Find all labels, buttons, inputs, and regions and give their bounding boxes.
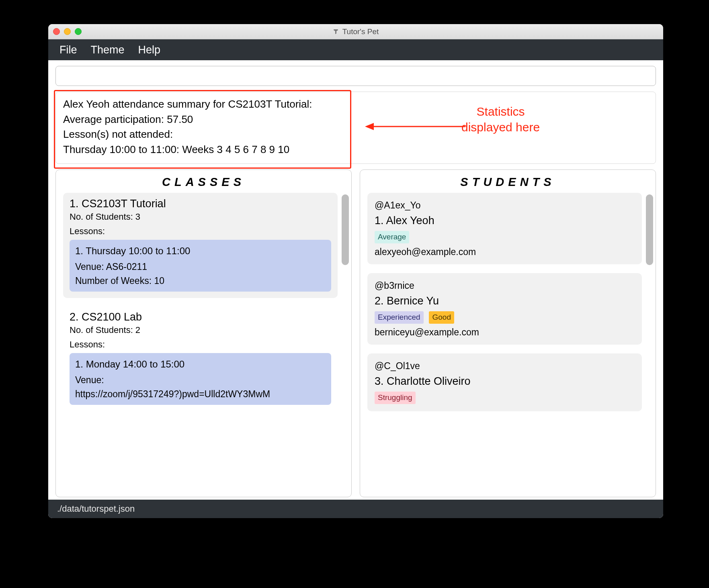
menu-theme[interactable]: Theme: [91, 44, 125, 56]
status-path: ./data/tutorspet.json: [57, 504, 135, 514]
result-display: Alex Yeoh attendance summary for CS2103T…: [55, 92, 656, 164]
lesson-weeks: Number of Weeks: 10: [75, 274, 326, 288]
students-body: @A1ex_Yo 1. Alex Yeoh Average alexyeoh@e…: [360, 193, 656, 497]
students-title: STUDENTS: [360, 170, 656, 193]
result-line: Alex Yeoh attendance summary for CS2103T…: [63, 97, 648, 112]
lesson-card: 1. Thursday 10:00 to 11:00 Venue: AS6-02…: [70, 240, 331, 292]
menu-file[interactable]: File: [59, 44, 77, 56]
student-name: 3. Charlotte Oliveiro: [375, 373, 635, 390]
student-card[interactable]: @C_Ol1ve 3. Charlotte Oliveiro Strugglin…: [367, 353, 642, 411]
student-tags: Experienced Good: [375, 310, 635, 324]
content-area: Alex Yeoh attendance summary for CS2103T…: [48, 60, 663, 500]
class-card[interactable]: 2. CS2100 Lab No. of Students: 2 Lessons…: [63, 306, 338, 411]
tag-average: Average: [375, 231, 409, 243]
statusbar: ./data/tutorspet.json: [48, 500, 663, 518]
classes-body: 1. CS2103T Tutorial No. of Students: 3 L…: [56, 193, 351, 497]
student-handle: @C_Ol1ve: [375, 359, 635, 373]
tag-experienced: Experienced: [375, 311, 424, 324]
students-list: @A1ex_Yo 1. Alex Yeoh Average alexyeoh@e…: [367, 193, 642, 497]
scrollbar[interactable]: [646, 194, 653, 265]
student-name: 1. Alex Yeoh: [375, 212, 635, 229]
lesson-card: 1. Monday 14:00 to 15:00 Venue: https://…: [70, 353, 331, 405]
scrollbar[interactable]: [342, 194, 349, 265]
result-line: Thursday 10:00 to 11:00: Weeks 3 4 5 6 7…: [63, 142, 648, 157]
lesson-venue: Venue: AS6-0211: [75, 260, 326, 274]
lesson-weeks: https://zoom/j/95317249?)pwd=Ulld2tWY3Mw…: [75, 387, 326, 401]
app-icon: [333, 28, 340, 35]
lesson-time: 1. Monday 14:00 to 15:00: [75, 357, 326, 372]
student-email: berniceyu@example.com: [375, 325, 635, 339]
class-title: 2. CS2100 Lab: [70, 311, 331, 323]
classes-list: 1. CS2103T Tutorial No. of Students: 3 L…: [63, 193, 338, 497]
class-student-count: No. of Students: 2: [70, 325, 331, 335]
app-window: Tutor's Pet File Theme Help Alex Yeoh at…: [48, 24, 663, 518]
classes-title: CLASSES: [56, 170, 351, 193]
menu-help[interactable]: Help: [138, 44, 161, 56]
maximize-icon[interactable]: [75, 28, 82, 35]
student-card[interactable]: @b3rnice 2. Bernice Yu Experienced Good …: [367, 273, 642, 345]
annotation-text: Statistics: [461, 104, 540, 119]
student-email: alexyeoh@example.com: [375, 245, 635, 259]
window-controls: [53, 28, 82, 35]
annotation-text: displayed here: [461, 119, 540, 135]
students-panel: STUDENTS @A1ex_Yo 1. Alex Yeoh Average a…: [360, 169, 656, 497]
titlebar: Tutor's Pet: [48, 24, 663, 39]
panels: CLASSES 1. CS2103T Tutorial No. of Stude…: [55, 169, 656, 500]
lessons-label: Lessons:: [70, 339, 331, 350]
student-name: 2. Bernice Yu: [375, 293, 635, 309]
result-row: Alex Yeoh attendance summary for CS2103T…: [55, 92, 656, 164]
student-tags: Average: [375, 230, 635, 243]
close-icon[interactable]: [53, 28, 60, 35]
student-card[interactable]: @A1ex_Yo 1. Alex Yeoh Average alexyeoh@e…: [367, 193, 642, 264]
minimize-icon[interactable]: [64, 28, 71, 35]
student-handle: @A1ex_Yo: [375, 198, 635, 212]
student-handle: @b3rnice: [375, 279, 635, 293]
lessons-label: Lessons:: [70, 226, 331, 237]
command-input[interactable]: [55, 66, 656, 86]
annotation-label: Statistics displayed here: [461, 104, 540, 135]
window-title-text: Tutor's Pet: [342, 27, 379, 36]
class-title: 1. CS2103T Tutorial: [70, 198, 331, 210]
result-line: Lesson(s) not attended:: [63, 127, 648, 142]
menubar: File Theme Help: [48, 39, 663, 60]
result-line: Average participation: 57.50: [63, 112, 648, 127]
class-card[interactable]: 1. CS2103T Tutorial No. of Students: 3 L…: [63, 193, 338, 298]
classes-panel: CLASSES 1. CS2103T Tutorial No. of Stude…: [55, 169, 352, 497]
class-student-count: No. of Students: 3: [70, 212, 331, 222]
window-title: Tutor's Pet: [48, 27, 663, 36]
tag-good: Good: [429, 311, 454, 324]
tag-struggling: Struggling: [375, 392, 416, 404]
student-tags: Struggling: [375, 391, 635, 404]
lesson-venue: Venue:: [75, 373, 326, 387]
lesson-time: 1. Thursday 10:00 to 11:00: [75, 244, 326, 258]
